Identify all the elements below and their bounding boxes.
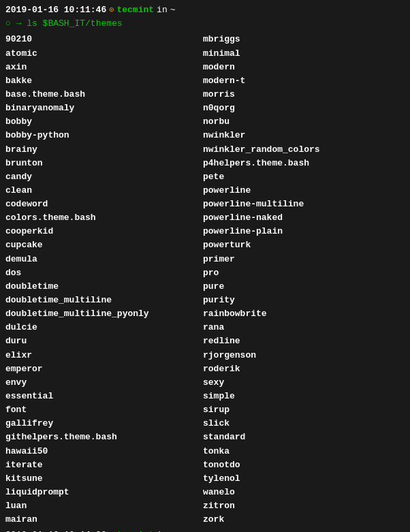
list-item: demulaprimer (5, 253, 405, 266)
prompt-dir-1: ~ (170, 4, 176, 16)
file-right: powerline (203, 184, 251, 198)
file-right: sexy (203, 376, 224, 390)
file-right: powerturk (203, 238, 251, 252)
list-item: githelpers.theme.bashstandard (5, 431, 405, 444)
list-item: essentialsimple (5, 390, 405, 403)
list-item: envysexy (5, 376, 405, 390)
file-right: powerline-plain (203, 225, 283, 238)
file-left: emperor (5, 362, 203, 376)
file-left: dos (5, 266, 203, 280)
file-left: envy (5, 376, 203, 390)
list-item: emperorroderik (5, 362, 405, 376)
file-left: axin (5, 61, 203, 74)
file-left: base.theme.bash (5, 88, 203, 101)
file-right: powerline-naked (203, 211, 283, 225)
file-left: codeword (5, 198, 203, 211)
clock-icon-1: ⊙ (109, 5, 114, 16)
file-right: rana (203, 321, 224, 334)
prompt-user-1: tecmint (116, 4, 154, 16)
list-item: colors.theme.bashpowerline-naked (5, 211, 405, 225)
file-left: colors.theme.bash (5, 211, 203, 225)
file-left: cooperkid (5, 225, 203, 238)
list-item: dulcierana (5, 321, 405, 334)
terminal-window: 2019-01-16 10:11:46 ⊙ tecmint in ~ ○ → l… (0, 0, 410, 532)
file-right: nwinkler_random_colors (203, 143, 320, 157)
file-left: essential (5, 390, 203, 403)
file-left: brainy (5, 143, 203, 157)
file-right: tonka (203, 445, 230, 458)
command-text: ls $BASH_IT/themes (27, 18, 122, 29)
file-right: sirup (203, 403, 230, 417)
arrow-icon: ○ → (5, 18, 27, 29)
file-right: roderik (203, 362, 240, 376)
list-item: bobbynorbu (5, 115, 405, 129)
file-right: simple (203, 390, 235, 403)
file-left: clean (5, 184, 203, 198)
list-item: liquidpromptwanelo (5, 486, 405, 499)
prompt-line-1: 2019-01-16 10:11:46 ⊙ tecmint in ~ (5, 4, 405, 16)
list-item: hawaii50tonka (5, 445, 405, 458)
list-item: dururedline (5, 334, 405, 348)
list-item: base.theme.bashmorris (5, 88, 405, 101)
file-right: modern (203, 61, 235, 74)
file-right: morris (203, 88, 235, 101)
file-left: binaryanomaly (5, 101, 203, 115)
file-left: font (5, 403, 203, 417)
file-right: zork (203, 513, 224, 527)
list-item: doubletimepure (5, 280, 405, 294)
file-right: tonotdo (203, 458, 240, 472)
file-left: atomic (5, 47, 203, 61)
file-right: n0qorg (203, 101, 235, 115)
file-right: p4helpers.theme.bash (203, 157, 309, 170)
file-right: powerline-multiline (203, 198, 304, 211)
list-item: fontsirup (5, 403, 405, 417)
list-item: dospro (5, 266, 405, 280)
file-right: zitron (203, 499, 235, 513)
file-right: rainbowbrite (203, 307, 267, 321)
list-item: axinmodern (5, 61, 405, 74)
file-right: mbriggs (203, 33, 240, 46)
file-right: pete (203, 170, 224, 184)
prompt-dir-2: ~ (170, 529, 176, 532)
list-item: bakkemodern-t (5, 74, 405, 88)
list-item: 90210mbriggs (5, 33, 405, 46)
list-item: cleanpowerline (5, 184, 405, 198)
list-item: brainynwinkler_random_colors (5, 143, 405, 157)
list-item: doubletime_multilinepurity (5, 294, 405, 307)
file-left: gallifrey (5, 417, 203, 431)
prompt-date-2: 2019-01-16 10:14:30 (5, 529, 106, 532)
file-left: brunton (5, 157, 203, 170)
file-right: wanelo (203, 486, 235, 499)
prompt-date-1: 2019-01-16 10:11:46 (5, 4, 106, 16)
file-right: primer (203, 253, 235, 266)
file-right: nwinkler (203, 129, 245, 142)
prompt-line-2: 2019-01-16 10:14:30 ⊙ tecmint in ~ (5, 529, 405, 532)
list-item: cooperkidpowerline-plain (5, 225, 405, 238)
file-left: bobby (5, 115, 203, 129)
list-item: elixrrjorgenson (5, 349, 405, 362)
file-left: 90210 (5, 33, 203, 46)
file-left: bakke (5, 74, 203, 88)
file-left: duru (5, 334, 203, 348)
file-left: githelpers.theme.bash (5, 431, 203, 444)
prompt-in-1: in (157, 4, 168, 16)
list-item: doubletime_multiline_pyonlyrainbowbrite (5, 307, 405, 321)
list-item: binaryanomalyn0qorg (5, 101, 405, 115)
list-item: bobby-pythonnwinkler (5, 129, 405, 142)
list-item: luanzitron (5, 499, 405, 513)
list-item: kitsunetylenol (5, 472, 405, 486)
list-item: atomicminimal (5, 47, 405, 61)
file-left: hawaii50 (5, 445, 203, 458)
file-right: norbu (203, 115, 230, 129)
file-right: pure (203, 280, 224, 294)
file-left: doubletime (5, 280, 203, 294)
list-item: gallifreyslick (5, 417, 405, 431)
file-right: redline (203, 334, 240, 348)
list-item: mairanzork (5, 513, 405, 527)
list-item: cupcakepowerturk (5, 238, 405, 252)
file-left: doubletime_multiline (5, 294, 203, 307)
file-left: dulcie (5, 321, 203, 334)
file-right: tylenol (203, 472, 240, 486)
file-right: minimal (203, 47, 240, 61)
file-right: slick (203, 417, 230, 431)
